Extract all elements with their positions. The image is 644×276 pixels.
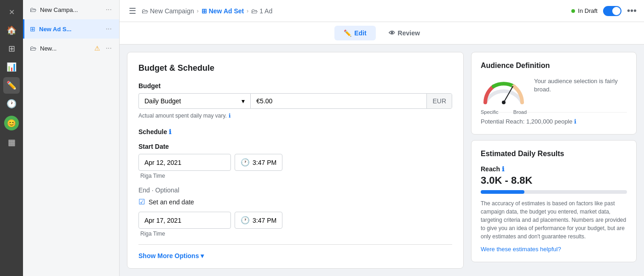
end-time-input[interactable]: 🕐 3:47 PM <box>235 212 282 229</box>
show-more-options-button[interactable]: Show More Options ▾ <box>138 252 204 259</box>
start-timezone-label: Riga Time <box>138 173 452 179</box>
avatar[interactable]: 😊 <box>4 116 19 130</box>
sidebar-campaign-label: New Campa... <box>40 6 100 13</box>
start-date-label: Start Date <box>138 143 452 150</box>
schedule-info-icon[interactable]: ℹ <box>169 128 171 135</box>
campaign-more-icon[interactable]: ··· <box>104 5 114 15</box>
budget-type-value: Daily Budget <box>144 97 181 105</box>
tab-review-label: Review <box>398 29 420 37</box>
start-date-input[interactable] <box>138 154 231 171</box>
end-clock-icon: 🕐 <box>241 216 250 225</box>
main-panel: Budget & Schedule Budget Daily Budget ▾ … <box>127 52 464 269</box>
home-button[interactable]: 🏠 <box>3 22 20 39</box>
dropdown-arrow-icon: ▾ <box>242 97 245 105</box>
sidebar-item-campaign[interactable]: 🗁 New Campa... ··· <box>23 0 119 19</box>
sidebar-adset-label: New Ad S... <box>39 26 100 33</box>
currency-label: EUR <box>426 94 452 108</box>
toggle-sidebar-button[interactable]: ☰ <box>127 4 138 18</box>
budget-type-select[interactable]: Daily Budget ▾ <box>138 93 250 109</box>
set-end-date-checkbox[interactable]: ☑ Set an end date <box>138 197 452 206</box>
breadcrumb-ad-icon: 🗁 <box>251 7 258 15</box>
breadcrumb-campaign-icon: 🗁 <box>142 7 148 15</box>
potential-reach-text: Potential Reach: 1,200,000 people <box>481 118 573 125</box>
edit-button[interactable]: ✏️ <box>3 77 20 94</box>
breadcrumb-campaign-label: New Campaign <box>150 7 194 15</box>
main-content: ☰ 🗁 New Campaign › ⊞ New Ad Set › 🗁 1 Ad… <box>120 0 644 276</box>
budget-info-icon[interactable]: ℹ <box>229 113 231 119</box>
budget-field-label: Budget <box>138 82 452 90</box>
tab-edit[interactable]: ✏️ Edit <box>334 26 375 40</box>
sidebar-item-adset[interactable]: ⊞ New Ad S... ··· <box>23 19 119 39</box>
draft-toggle[interactable] <box>603 6 621 16</box>
breadcrumb-ad[interactable]: 🗁 1 Ad <box>251 7 272 15</box>
reach-description: The accuracy of estimates is based on fa… <box>481 199 627 241</box>
more-options-button[interactable]: ••• <box>627 6 637 16</box>
start-time-input[interactable]: 🕐 3:47 PM <box>235 154 282 171</box>
grid-button[interactable]: ⊞ <box>3 40 20 57</box>
adset-more-icon[interactable]: ··· <box>104 24 114 34</box>
breadcrumb-sep-1: › <box>197 8 199 14</box>
checkbox-label: Set an end date <box>149 198 194 206</box>
edit-review-bar: ✏️ Edit 👁 Review <box>120 22 644 45</box>
checkbox-checked-icon: ☑ <box>138 197 145 206</box>
breadcrumb-campaign[interactable]: 🗁 New Campaign <box>142 7 194 15</box>
start-date-time-row: 🕐 3:47 PM <box>138 154 452 171</box>
reach-label: Reach ℹ <box>481 165 627 173</box>
gauge-wrap: Specific Broad <box>481 77 527 105</box>
audience-card: Audience Definition <box>471 52 637 135</box>
results-card: Estimated Daily Results Reach ℹ 3.0K - 8… <box>471 140 637 262</box>
audience-title: Audience Definition <box>481 62 627 70</box>
budget-row: Daily Budget ▾ EUR <box>138 93 452 109</box>
right-panel: Audience Definition <box>471 52 637 269</box>
sidebar-ad-label: New... <box>40 45 91 52</box>
top-nav: ☰ 🗁 New Campaign › ⊞ New Ad Set › 🗁 1 Ad… <box>120 0 644 22</box>
start-time-value: 3:47 PM <box>253 159 276 166</box>
helpful-link[interactable]: Were these estimates helpful? <box>481 246 561 253</box>
end-timezone-label: Riga Time <box>138 231 452 237</box>
reach-bar-fill <box>481 190 524 194</box>
top-nav-right: In Draft ••• <box>571 6 637 16</box>
budget-amount-input[interactable] <box>251 94 426 108</box>
ad-folder-icon: 🗁 <box>30 45 36 52</box>
ad-more-icon[interactable]: ··· <box>104 43 114 53</box>
reach-label-info-icon[interactable]: ℹ <box>502 165 504 173</box>
results-title: Estimated Daily Results <box>481 150 627 158</box>
review-eye-icon: 👁 <box>389 29 395 37</box>
breadcrumb-ad-label: 1 Ad <box>259 7 272 15</box>
campaign-folder-icon: 🗁 <box>30 6 36 13</box>
end-time-value: 3:47 PM <box>253 217 276 224</box>
broad-label: Broad <box>513 109 527 115</box>
start-clock-icon: 🕐 <box>241 158 250 167</box>
chart-button[interactable]: 📊 <box>3 59 20 75</box>
schedule-title: Schedule ℹ <box>138 128 452 135</box>
tab-edit-label: Edit <box>354 29 366 37</box>
end-section: End · Optional ☑ Set an end date 🕐 3:47 … <box>138 186 452 237</box>
draft-badge: In Draft <box>571 7 598 14</box>
divider <box>138 244 452 245</box>
warning-icon: ⚠ <box>94 45 100 52</box>
breadcrumb-adset-icon: ⊞ <box>201 7 207 15</box>
breadcrumb-adset[interactable]: ⊞ New Ad Set <box>201 7 244 15</box>
end-label: End · Optional <box>138 186 452 194</box>
reach-info-icon[interactable]: ℹ <box>574 118 576 125</box>
reach-bar <box>481 190 627 194</box>
budget-hint-text: Actual amount spent daily may vary. <box>138 113 227 119</box>
audience-description: Your audience selection is fairly broad. <box>534 77 627 94</box>
icon-bar: ✕ 🏠 ⊞ 📊 ✏️ 🕐 😊 ▦ <box>0 0 23 276</box>
adset-grid-icon: ⊞ <box>30 25 35 33</box>
close-button[interactable]: ✕ <box>3 4 20 20</box>
end-date-input[interactable] <box>138 212 231 229</box>
svg-point-1 <box>502 101 506 104</box>
clock-button[interactable]: 🕐 <box>3 96 20 112</box>
sidebar-item-ad[interactable]: 🗁 New... ⚠ ··· <box>23 39 119 58</box>
specific-label: Specific <box>481 109 499 115</box>
reach-range: 3.0K - 8.8K <box>481 175 627 186</box>
budget-amount-input-wrap: EUR <box>250 93 452 109</box>
breadcrumb-sep-2: › <box>247 8 248 14</box>
edit-pencil-icon: ✏️ <box>344 29 351 37</box>
tab-review[interactable]: 👁 Review <box>380 26 429 40</box>
show-more-label: Show More Options <box>138 252 199 259</box>
gauge-container: Specific Broad Your audience selection i… <box>481 77 627 105</box>
list-button[interactable]: ▦ <box>3 134 20 151</box>
draft-label: In Draft <box>578 7 598 14</box>
